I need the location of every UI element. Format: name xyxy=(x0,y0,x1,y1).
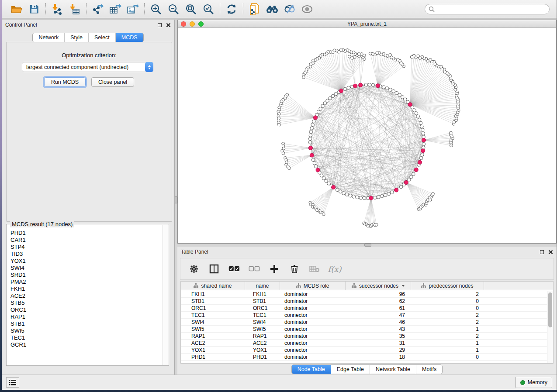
tab-motifs[interactable]: Motifs xyxy=(416,365,442,374)
refresh-icon[interactable] xyxy=(225,2,239,16)
mcds-result-item[interactable]: SWI5 xyxy=(7,327,163,334)
mcds-result-item[interactable]: CAR1 xyxy=(7,237,163,244)
task-history-button[interactable] xyxy=(6,377,19,388)
run-mcds-button[interactable]: Run MCDS xyxy=(44,77,86,87)
open-file-icon[interactable] xyxy=(10,2,24,16)
export-table-icon[interactable] xyxy=(108,2,122,16)
close-panel-icon[interactable] xyxy=(166,23,171,28)
attribute-type-icon xyxy=(194,283,198,288)
table-options-icon[interactable] xyxy=(188,263,200,275)
table-cell: RAP1 xyxy=(245,333,280,339)
table-cell: PHD1 xyxy=(181,354,245,360)
delete-column-icon[interactable] xyxy=(289,263,300,275)
new-network-from-selection-icon[interactable] xyxy=(248,2,262,16)
mcds-result-item[interactable]: RAP1 xyxy=(7,313,163,320)
tab-network[interactable]: Network xyxy=(33,33,64,42)
export-network-icon[interactable] xyxy=(91,2,105,16)
function-builder-icon[interactable]: f(x) xyxy=(329,263,340,275)
mcds-result-item[interactable]: PMA2 xyxy=(7,279,163,285)
table-cell: 0 xyxy=(411,305,484,311)
close-table-panel-icon[interactable] xyxy=(548,250,553,254)
zoom-fit-icon[interactable] xyxy=(184,2,198,16)
control-panel-title: Control Panel xyxy=(5,22,37,28)
close-panel-button[interactable]: Close panel xyxy=(91,77,134,87)
toolbar-separator xyxy=(220,3,220,15)
table-row[interactable]: ORC1ORC1dominator610 xyxy=(181,305,547,312)
table-row[interactable]: FKH1FKH1dominator962 xyxy=(181,291,547,298)
column-header-name[interactable]: name xyxy=(245,282,280,290)
tab-select[interactable]: Select xyxy=(88,33,115,42)
hide-selection-icon[interactable] xyxy=(283,2,297,16)
vertical-splitter[interactable] xyxy=(175,20,177,375)
column-header-mcds-role[interactable]: MCDS role xyxy=(280,282,346,290)
table-cell: 96 xyxy=(346,291,411,297)
memory-button[interactable]: Memory xyxy=(515,377,552,388)
mcds-result-item[interactable]: YOX1 xyxy=(7,258,163,265)
table-row[interactable]: RAP1RAP1dominator352 xyxy=(181,333,547,340)
table-row[interactable]: YOX1YOX1connector291 xyxy=(181,347,547,354)
column-header-shared-name[interactable]: shared name xyxy=(181,282,245,290)
float-panel-icon[interactable] xyxy=(158,23,162,27)
clear-all-checkboxes-icon[interactable] xyxy=(249,263,260,275)
select-all-checkboxes-icon[interactable] xyxy=(228,263,240,275)
show-column-icon[interactable] xyxy=(208,263,220,275)
tab-node-table[interactable]: Node Table xyxy=(292,365,331,374)
save-session-icon[interactable] xyxy=(27,2,41,16)
mcds-result-item[interactable]: TID3 xyxy=(7,251,163,258)
mcds-result-item[interactable]: FKH1 xyxy=(7,285,163,292)
zoom-in-icon[interactable] xyxy=(149,2,163,16)
mcds-result-item[interactable]: PHD1 xyxy=(7,230,163,237)
show-graphics-details-icon[interactable] xyxy=(300,2,314,16)
mcds-result-item[interactable]: SRD1 xyxy=(7,272,163,279)
mcds-result-item[interactable]: STB5 xyxy=(7,299,163,306)
table-row[interactable]: ACE2ACE2connector311 xyxy=(181,340,547,347)
find-icon[interactable] xyxy=(265,2,279,16)
mcds-result-item[interactable]: TEC1 xyxy=(7,334,163,341)
criterion-select[interactable]: largest connected component (undirected) xyxy=(22,62,153,72)
table-cell: SWI5 xyxy=(245,326,280,332)
add-column-icon[interactable] xyxy=(269,263,280,275)
table-cell: connector xyxy=(280,347,346,353)
tab-style[interactable]: Style xyxy=(64,33,88,42)
vertical-splitter-handle[interactable] xyxy=(175,196,177,203)
table-toolbar: f(x) xyxy=(180,258,554,280)
column-header-successor-nodes[interactable]: successor nodes xyxy=(346,282,411,290)
mcds-result-item[interactable]: ACE2 xyxy=(7,292,163,299)
search-input[interactable] xyxy=(437,6,546,12)
tab-edge-table[interactable]: Edge Table xyxy=(331,365,370,374)
table-row[interactable]: STB1STB1dominator620 xyxy=(181,298,547,305)
minimize-window-icon[interactable] xyxy=(190,21,195,27)
table-row[interactable]: SWI5SWI5connector431 xyxy=(181,326,547,333)
mcds-result-item[interactable]: STP4 xyxy=(7,244,163,251)
maximize-window-icon[interactable] xyxy=(198,21,204,27)
toolbar-separator xyxy=(243,3,243,15)
table-row[interactable]: TEC1TEC1connector472 xyxy=(181,312,547,319)
mcds-result-item[interactable]: SWI4 xyxy=(7,265,163,272)
horizontal-splitter[interactable] xyxy=(177,244,557,247)
table-row[interactable]: SWI4SWI4dominator462 xyxy=(181,319,547,326)
tab-network-table[interactable]: Network Table xyxy=(370,365,416,374)
chevron-down-icon[interactable] xyxy=(402,285,405,287)
mcds-result-item[interactable]: ORC1 xyxy=(7,306,163,313)
close-window-icon[interactable] xyxy=(181,21,186,27)
float-table-panel-icon[interactable] xyxy=(540,250,544,254)
network-window-titlebar[interactable]: YPA_prune.txt_1 xyxy=(178,20,556,28)
mcds-result-item[interactable]: STB1 xyxy=(7,320,163,327)
column-header-predecessor-nodes[interactable]: predecessor nodes xyxy=(411,282,484,290)
delete-table-icon[interactable] xyxy=(309,263,320,275)
table-scrollbar-thumb[interactable] xyxy=(548,292,552,327)
export-image-icon[interactable] xyxy=(126,2,140,16)
import-network-icon[interactable] xyxy=(50,2,64,16)
table-row[interactable]: PHD1PHD1dominator180 xyxy=(181,354,547,361)
network-canvas[interactable] xyxy=(178,28,556,243)
mcds-result-item[interactable]: GCR1 xyxy=(7,341,163,348)
memory-label: Memory xyxy=(528,379,547,385)
horizontal-splitter-handle[interactable] xyxy=(364,244,371,247)
table-scrollbar[interactable] xyxy=(547,291,553,363)
list-scrollbar[interactable] xyxy=(163,225,168,365)
zoom-out-icon[interactable] xyxy=(166,2,180,16)
import-table-icon[interactable] xyxy=(68,2,82,16)
control-panel: Control Panel Network Style Select MCDS … xyxy=(2,20,175,375)
zoom-selected-icon[interactable] xyxy=(201,2,215,16)
tab-mcds[interactable]: MCDS xyxy=(115,33,143,42)
